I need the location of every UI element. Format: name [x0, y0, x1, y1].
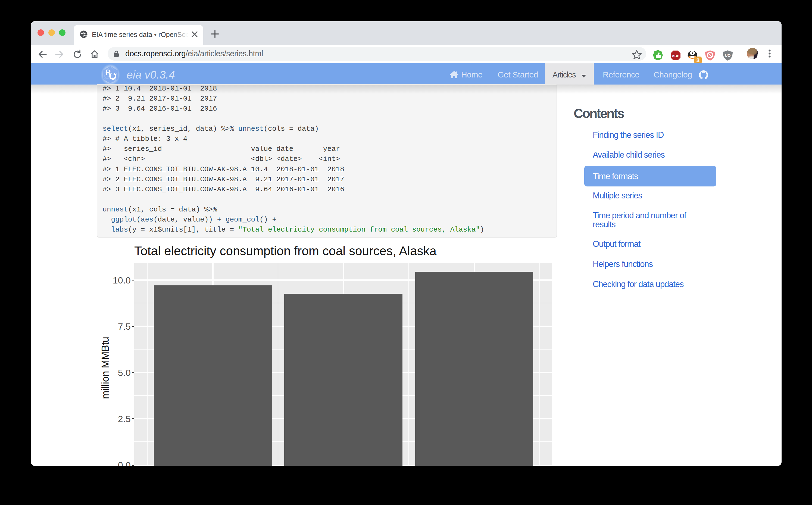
svg-text:UO: UO [725, 53, 731, 58]
svg-text:ABP: ABP [672, 54, 679, 58]
